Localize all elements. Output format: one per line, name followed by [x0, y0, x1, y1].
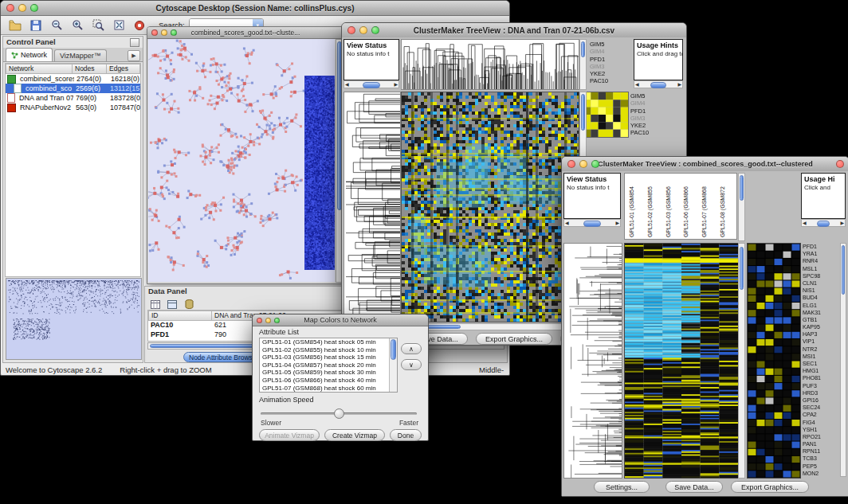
attribute-item[interactable]: GPL51-02 (GSM855) heat shock 10 min [261, 346, 389, 354]
zoom-out-icon[interactable] [47, 17, 66, 34]
zoom-window-icon[interactable] [274, 318, 280, 323]
column-labels-vscrollbar[interactable] [738, 173, 745, 241]
move-up-button[interactable]: ∧ [401, 343, 422, 354]
zoom-heatmap-canvas[interactable] [747, 243, 801, 479]
heatmap-canvas[interactable] [401, 92, 579, 322]
attribute-item[interactable]: GPL51-03 (GSM856) heat shock 15 min [261, 354, 389, 361]
network-row[interactable]: combined_scores 2764(0) 16218(0) [6, 74, 140, 84]
column-label[interactable]: GPL51-02 (GSM855 [646, 174, 664, 237]
close-icon[interactable] [257, 318, 262, 323]
gene-label[interactable]: YKE2 [630, 122, 678, 129]
gene-label[interactable]: CLN1 [803, 279, 839, 287]
zoom-window-icon[interactable] [591, 160, 599, 168]
minimize-icon[interactable] [18, 4, 26, 12]
column-dendrogram-canvas[interactable] [401, 39, 579, 90]
zoom-window-icon[interactable] [371, 26, 379, 34]
gene-label[interactable]: PFD1 [803, 243, 839, 250]
move-down-button[interactable]: ∨ [401, 359, 422, 370]
gene-label[interactable]: PAN1 [803, 440, 839, 447]
close-icon[interactable] [151, 29, 158, 36]
gene-label[interactable]: TCB3 [803, 455, 839, 462]
gene-label[interactable]: SEC24 [803, 404, 839, 411]
close-alt-icon[interactable] [836, 160, 844, 168]
gene-label[interactable]: BUD4 [803, 294, 839, 301]
gene-label[interactable]: HMG1 [803, 367, 839, 374]
gene-label[interactable]: MON2 [803, 470, 839, 477]
gene-label[interactable]: PUF3 [803, 382, 839, 389]
export-graphics-button[interactable]: Export Graphics... [731, 481, 809, 493]
gene-label[interactable]: CPA2 [803, 411, 839, 418]
zoom-selected-icon[interactable] [88, 17, 108, 34]
done-button[interactable]: Done [390, 429, 422, 441]
col-header-id[interactable]: ID [148, 311, 212, 321]
column-label[interactable]: GPL51-07 (GSM868 [700, 174, 718, 237]
gene-label[interactable]: PHO81 [803, 374, 839, 381]
network-row[interactable]: DNA and Tran 07 769(0) 183728(0) [6, 93, 140, 103]
float-panel-icon[interactable] [130, 38, 139, 47]
gene-label[interactable]: RPO21 [803, 433, 839, 440]
close-icon[interactable] [347, 26, 355, 34]
treeview2-titlebar[interactable]: ClusterMaker TreeView : combined_scores_… [562, 157, 848, 172]
export-graphics-button[interactable]: Export Graphics... [476, 333, 552, 345]
gene-label[interactable]: NTR2 [803, 346, 839, 353]
gene-label[interactable]: PFD1 [590, 56, 623, 63]
gene-label[interactable]: SPC98 [803, 272, 839, 279]
gene-label[interactable]: RPN11 [803, 447, 839, 455]
global-vscrollbar[interactable] [738, 243, 745, 479]
gene-label[interactable]: PAC10 [630, 129, 678, 136]
view-status-hscrollbar[interactable]: ◀▶ [563, 219, 621, 227]
column-label[interactable]: GPL51-01 (GSM854 [627, 174, 646, 237]
open-session-icon[interactable] [6, 17, 25, 34]
close-icon[interactable] [567, 160, 575, 168]
col-header-edges[interactable]: Edges [107, 64, 140, 74]
gene-label[interactable]: GIM5 [630, 92, 678, 100]
gene-label[interactable]: GIM3 [630, 115, 678, 122]
animate-vizmap-button[interactable]: Animate Vizmap [259, 429, 320, 441]
minimize-icon[interactable] [265, 318, 271, 323]
attribute-item[interactable]: GPL51-07 (GSM868) heat shock 60 min [261, 385, 389, 393]
column-label[interactable]: GPL51-03 (GSM856 [664, 174, 682, 237]
attribute-item[interactable]: GPL51-01 (GSM854) heat shock 05 min [261, 338, 389, 346]
minimize-icon[interactable] [359, 26, 367, 34]
minimize-icon[interactable] [161, 29, 167, 36]
gene-label[interactable]: PEP5 [803, 463, 839, 470]
gene-label[interactable]: MAK31 [803, 309, 839, 316]
gene-label[interactable]: MSL1 [803, 265, 839, 272]
col-header-network[interactable]: Network [6, 64, 73, 74]
gene-label[interactable]: MSI1 [803, 353, 839, 360]
usage-hints-hscrollbar[interactable]: ◀▶ [801, 219, 846, 227]
attribute-table-icon[interactable] [148, 298, 163, 311]
network-overview-canvas[interactable] [6, 278, 142, 360]
attribute-item[interactable]: GPL51-05 (GSM859) heat shock 30 min [261, 369, 389, 377]
gene-label[interactable]: HRD3 [803, 389, 839, 397]
gene-label[interactable]: GPI16 [803, 397, 839, 404]
dialog-titlebar[interactable]: Map Colors to Network [253, 315, 428, 326]
attribute-list-vscrollbar[interactable] [389, 338, 397, 392]
minimize-icon[interactable] [579, 160, 587, 168]
gene-label[interactable]: GTB1 [803, 316, 839, 323]
usage-hints-hscrollbar[interactable]: ◀▶ [634, 80, 683, 88]
gene-list-vscrollbar[interactable] [840, 243, 846, 477]
gene-label[interactable]: ELG1 [803, 302, 839, 309]
zoom-in-icon[interactable] [68, 17, 87, 34]
network-row[interactable]: RNAPuberNov2 563(0) 107847(0) [6, 103, 140, 112]
gene-label[interactable]: HAP3 [803, 330, 839, 338]
gene-label[interactable]: KAP95 [803, 323, 839, 330]
treeview1-titlebar[interactable]: ClusterMaker TreeView : DNA and Tran 07-… [342, 23, 686, 38]
network-view-canvas[interactable] [148, 39, 335, 282]
gene-label[interactable]: GIM3 [590, 63, 623, 70]
gene-label[interactable]: YSH1 [803, 426, 839, 433]
gene-label[interactable]: VIP1 [803, 338, 839, 345]
select-attributes-icon[interactable] [165, 298, 179, 311]
save-session-icon[interactable] [26, 17, 45, 34]
main-titlebar[interactable]: Cytoscape Desktop (Session Name: collins… [1, 1, 509, 16]
attribute-item[interactable]: GPL51-04 (GSM857) heat shock 20 min [261, 361, 389, 369]
view-status-hscrollbar[interactable]: ◀▶ [344, 80, 399, 88]
gene-label[interactable]: NIS1 [803, 287, 839, 294]
col-header-nodes[interactable]: Nodes [73, 64, 107, 74]
zoom-window-icon[interactable] [171, 29, 177, 36]
column-label[interactable]: GPL51-06 (GSM866 [681, 174, 700, 237]
save-data-button[interactable]: Save Data... [665, 481, 723, 493]
row-dendrogram-canvas[interactable] [344, 92, 401, 322]
correlation-matrix-canvas[interactable] [583, 92, 629, 138]
